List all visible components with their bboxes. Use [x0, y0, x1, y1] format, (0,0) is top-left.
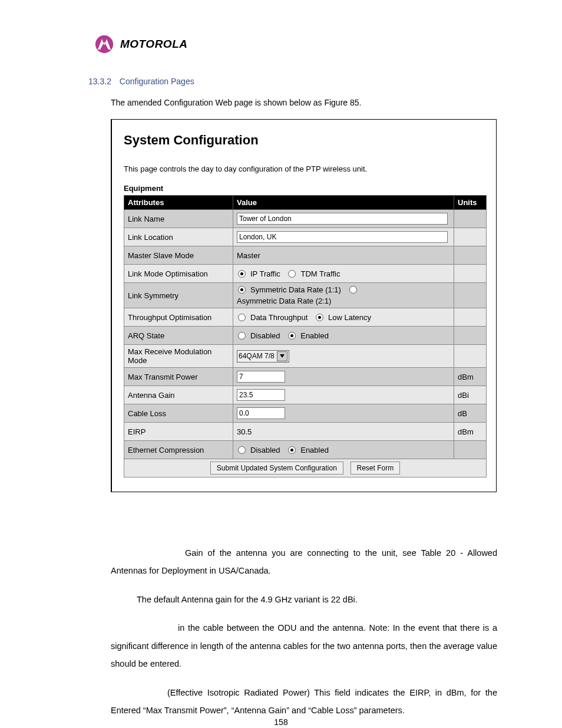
radio-label-eth-enabled: Enabled	[300, 446, 329, 454]
config-table: Attributes Value Units Link Name Link Lo…	[124, 195, 487, 477]
value-eirp: 30.5	[233, 423, 454, 441]
para-default-gain-note: The default Antenna gain for the 4.9 GHz…	[111, 591, 497, 608]
panel-title: System Configuration	[124, 133, 487, 148]
radio-arq-enabled[interactable]	[288, 332, 296, 340]
label-eth-compression: Ethernet Compression	[124, 441, 233, 459]
radio-tdm-traffic[interactable]	[288, 270, 296, 278]
label-max-tx-power: Max Transmit Power	[124, 368, 233, 386]
row-antenna-gain: Antenna Gain dBi	[124, 386, 487, 404]
input-cable-loss[interactable]	[237, 407, 285, 419]
row-buttons: Submit Updated System Configuration Rese…	[124, 459, 487, 477]
radio-label-tdm-traffic: TDM Traffic	[300, 269, 340, 278]
header-units: Units	[454, 196, 487, 210]
radio-label-arq-disabled: Disabled	[250, 331, 280, 340]
label-eirp: EIRP	[124, 423, 233, 441]
para-cable-loss: in the cable between the ODU and the ant…	[111, 619, 497, 673]
row-max-tx-power: Max Transmit Power dBm	[124, 368, 487, 386]
row-link-mode-optimisation: Link Mode Optimisation IP Traffic TDM Tr…	[124, 265, 487, 283]
radio-eth-enabled[interactable]	[288, 446, 296, 454]
radio-label-low-latency: Low Latency	[328, 313, 371, 322]
motorola-logo-icon	[95, 35, 113, 53]
para-antenna-gain: Gain of the antenna you are connecting t…	[111, 544, 497, 580]
panel-description: This page controls the day to day config…	[124, 164, 487, 173]
select-max-rx-mod[interactable]: 64QAM 7/8	[237, 350, 289, 363]
panel-group-label: Equipment	[124, 184, 487, 193]
label-max-rx-mod: Max Receive Modulation Mode	[124, 345, 233, 368]
units-antenna-gain: dBi	[454, 386, 487, 404]
label-link-location: Link Location	[124, 228, 233, 246]
intro-text: The amended Configuration Web page is sh…	[111, 98, 497, 107]
label-arq-state: ARQ State	[124, 327, 233, 345]
select-value-max-rx-mod: 64QAM 7/8	[239, 352, 275, 360]
input-max-tx-power[interactable]	[237, 371, 285, 383]
input-link-name[interactable]	[237, 213, 448, 225]
page-number: 158	[0, 717, 562, 727]
units-cable-loss: dB	[454, 404, 487, 423]
row-link-symmetry: Link Symmetry Symmetric Data Rate (1:1) …	[124, 283, 487, 308]
label-master-slave: Master Slave Mode	[124, 246, 233, 265]
row-eirp: EIRP 30.5 dBm	[124, 423, 487, 441]
label-antenna-gain: Antenna Gain	[124, 386, 233, 404]
radio-eth-disabled[interactable]	[238, 446, 246, 454]
radio-label-symmetric: Symmetric Data Rate (1:1)	[250, 285, 341, 294]
row-throughput-optimisation: Throughput Optimisation Data Throughput …	[124, 308, 487, 327]
label-link-symmetry: Link Symmetry	[124, 283, 233, 308]
brand-wordmark: MOTOROLA	[120, 38, 187, 51]
label-throughput-opt: Throughput Optimisation	[124, 308, 233, 327]
row-cable-loss: Cable Loss dB	[124, 404, 487, 423]
para-eirp: (Effective Isotropic Radiated Power) Thi…	[111, 684, 497, 720]
radio-arq-disabled[interactable]	[238, 332, 246, 340]
row-link-name: Link Name	[124, 210, 487, 228]
config-panel: System Configuration This page controls …	[111, 119, 497, 492]
radio-label-data-throughput: Data Throughput	[250, 313, 308, 322]
table-header-row: Attributes Value Units	[124, 196, 487, 210]
radio-asymmetric[interactable]	[349, 286, 357, 294]
radio-label-arq-enabled: Enabled	[300, 331, 329, 340]
radio-label-ip-traffic: IP Traffic	[250, 269, 280, 278]
units-eirp: dBm	[454, 423, 487, 441]
label-cable-loss: Cable Loss	[124, 404, 233, 423]
radio-ip-traffic[interactable]	[238, 270, 246, 278]
radio-data-throughput[interactable]	[238, 314, 246, 321]
label-link-name: Link Name	[124, 210, 233, 228]
row-master-slave: Master Slave Mode Master	[124, 246, 487, 265]
radio-low-latency[interactable]	[316, 314, 323, 321]
row-arq-state: ARQ State Disabled Enabled	[124, 327, 487, 345]
value-master-slave: Master	[233, 246, 454, 265]
radio-label-eth-disabled: Disabled	[250, 446, 280, 454]
chevron-down-icon	[277, 351, 287, 361]
header-value: Value	[233, 196, 454, 210]
row-link-location: Link Location	[124, 228, 487, 246]
units-max-tx-power: dBm	[454, 368, 487, 386]
radio-symmetric[interactable]	[238, 286, 246, 294]
input-link-location[interactable]	[237, 231, 448, 243]
row-max-rx-modulation: Max Receive Modulation Mode 64QAM 7/8	[124, 345, 487, 368]
body-paragraphs: Gain of the antenna you are connecting t…	[111, 544, 497, 720]
reset-button[interactable]: Reset Form	[351, 462, 401, 475]
section-heading: 13.3.2 Configuration Pages	[88, 77, 497, 86]
row-ethernet-compression: Ethernet Compression Disabled Enabled	[124, 441, 487, 459]
label-link-mode-opt: Link Mode Optimisation	[124, 265, 233, 283]
radio-label-asymmetric: Asymmetric Data Rate (2:1)	[237, 297, 331, 305]
submit-button[interactable]: Submit Updated System Configuration	[210, 462, 343, 475]
section-number: 13.3.2	[88, 77, 111, 86]
section-title: Configuration Pages	[120, 77, 194, 86]
input-antenna-gain[interactable]	[237, 389, 285, 401]
brand-header: MOTOROLA	[95, 35, 497, 53]
header-attributes: Attributes	[124, 196, 233, 210]
